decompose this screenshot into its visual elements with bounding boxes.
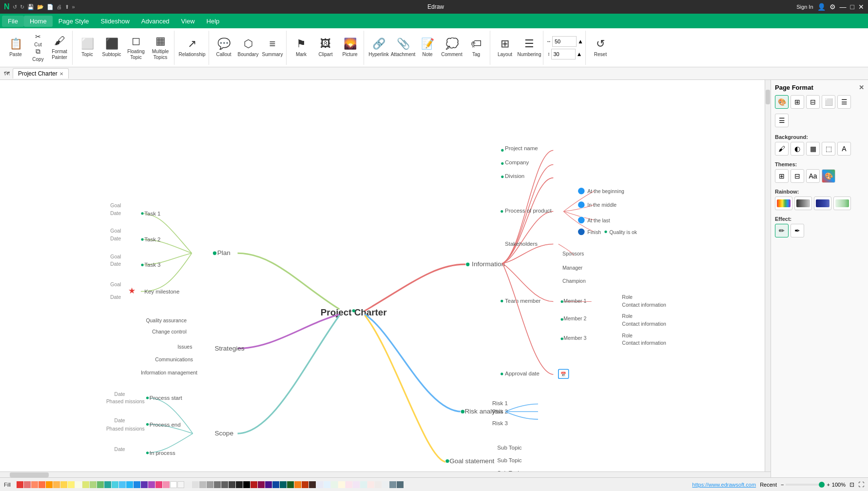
division-node[interactable]: Division (505, 173, 524, 179)
color-blueGrey[interactable] (389, 481, 396, 488)
attachment-button[interactable]: 📎 Attachment (391, 33, 415, 62)
color-orange-50[interactable] (367, 481, 374, 488)
champion-node[interactable]: Champion (562, 278, 586, 284)
company-collapse[interactable] (501, 162, 504, 165)
height-up-icon[interactable]: ▲ (577, 51, 582, 58)
tag-button[interactable]: 🏷 Tag (464, 33, 488, 62)
color-brown[interactable] (302, 481, 309, 488)
format-painter-button[interactable]: 🖌 Format Painter (49, 33, 70, 62)
open-btn[interactable]: 📂 (37, 4, 44, 10)
strategies-node[interactable]: Strategies (214, 345, 244, 352)
color-dark-amber[interactable] (294, 481, 301, 488)
color-cream[interactable] (75, 481, 82, 488)
process-end-node[interactable]: Process end (150, 422, 181, 428)
rainbow2-btn[interactable] (794, 196, 812, 210)
menu-advanced[interactable]: Advanced (135, 16, 175, 27)
finish-collapse[interactable] (604, 230, 607, 233)
texture-icon-btn[interactable]: ⬚ (822, 142, 835, 156)
sponsors-node[interactable]: Sponsors (562, 251, 584, 256)
theme-text-btn[interactable]: Aa (806, 169, 820, 183)
information-node[interactable]: Information (472, 260, 505, 268)
zoom-in-btn[interactable]: + (827, 482, 829, 488)
member2-role[interactable]: Role (622, 314, 633, 319)
member3-role[interactable]: Role (622, 333, 633, 338)
color-gray-400[interactable] (199, 481, 206, 488)
color-lime[interactable] (82, 481, 89, 488)
color-purple[interactable] (141, 481, 148, 488)
color-green-50[interactable] (331, 481, 338, 488)
color-gray-600[interactable] (214, 481, 221, 488)
horizontal-scrollbar[interactable] (0, 471, 771, 477)
color-dark-green[interactable] (287, 481, 294, 488)
team-member-node[interactable]: Team member (505, 298, 541, 304)
color-pink[interactable] (155, 481, 162, 488)
color-amber[interactable] (53, 481, 60, 488)
color-orange[interactable] (46, 481, 53, 488)
rainbow1-btn[interactable] (775, 196, 792, 210)
font-icon-btn[interactable]: A (837, 142, 851, 156)
color-off-white[interactable] (177, 481, 184, 488)
width-up-icon[interactable]: ▲ (578, 38, 583, 45)
task1-collapse[interactable] (141, 212, 144, 215)
color-light-green[interactable] (90, 481, 96, 488)
mark-button[interactable]: ⚑ Mark (289, 33, 313, 62)
process-start-collapse[interactable] (146, 396, 149, 399)
color-orange-light[interactable] (31, 481, 38, 488)
color-gray-700[interactable] (221, 481, 228, 488)
numbering-button[interactable]: ☰ Numbering (518, 33, 541, 62)
menu-slideshow[interactable]: Slideshow (95, 16, 135, 27)
color-blue[interactable] (126, 481, 133, 488)
redo-btn[interactable]: ↻ (20, 4, 24, 10)
division-collapse[interactable] (501, 175, 504, 178)
menu-help[interactable]: Help (201, 16, 226, 27)
risk1-node[interactable]: Risk 1 (492, 400, 508, 406)
relationship-button[interactable]: ↗ Relationship (177, 33, 207, 62)
template-btn[interactable]: 📄 (47, 4, 54, 10)
theme-color-btn[interactable]: 🎨 (822, 169, 835, 183)
vertical-scrollbar[interactable] (765, 80, 771, 477)
color-lavender[interactable] (316, 481, 323, 488)
color-yellow[interactable] (60, 481, 67, 488)
color-gray-900[interactable] (236, 481, 243, 488)
communications-node[interactable]: Communications (155, 357, 193, 362)
close-btn[interactable]: ✕ (858, 3, 864, 11)
color-gray-500[interactable] (207, 481, 213, 488)
center-node-collapse[interactable] (352, 309, 355, 312)
approval-date-collapse[interactable] (501, 373, 503, 375)
project-name-node[interactable]: Project name (505, 145, 538, 151)
member1-node[interactable]: Member 1 (563, 298, 586, 304)
process-node[interactable]: Process of product (505, 208, 552, 214)
effect2-btn[interactable]: ✒ (791, 224, 804, 237)
at-last-node[interactable]: At the last (587, 218, 610, 223)
topic-button[interactable]: ⬜ Topic (76, 33, 99, 62)
information-collapse[interactable] (466, 262, 470, 266)
process-collapse[interactable] (501, 210, 503, 213)
panel-format1-btn[interactable]: ☰ (775, 114, 789, 127)
menu-view[interactable]: View (175, 16, 201, 27)
project-name-collapse[interactable] (501, 149, 504, 152)
risk3-node[interactable]: Risk 3 (492, 420, 508, 426)
pattern-icon-btn[interactable]: ▦ (806, 142, 820, 156)
task2-node[interactable]: Task 2 (144, 236, 160, 242)
task3-collapse[interactable] (141, 263, 144, 266)
theme-grid2-btn[interactable]: ⊟ (791, 169, 804, 183)
color-blueGrey-600[interactable] (397, 481, 404, 488)
zoom-slider[interactable] (786, 484, 825, 486)
color-teal-50[interactable] (360, 481, 367, 488)
canvas[interactable]: Project Charter Information Project name… (0, 80, 771, 477)
picture-button[interactable]: 🌄 Picture (338, 33, 362, 62)
goal-statement-collapse[interactable] (445, 459, 449, 463)
reset-button[interactable]: ↺ Reset (589, 33, 612, 62)
layout-button[interactable]: ⊞ Layout (493, 33, 517, 62)
color-pink-50[interactable] (346, 481, 352, 488)
color-light-pink[interactable] (163, 481, 170, 488)
color-deep-orange[interactable] (39, 481, 45, 488)
color-teal[interactable] (104, 481, 111, 488)
sign-in-btn[interactable]: Sign In (796, 4, 813, 10)
color-purple-50[interactable] (353, 481, 360, 488)
color-gray-200[interactable] (192, 481, 199, 488)
at-beginning-node[interactable]: At the beginning (587, 189, 624, 194)
fit-page-btn[interactable]: ⊡ (849, 481, 854, 488)
maximize-btn[interactable]: □ (850, 3, 854, 11)
gradient-icon-btn[interactable]: ◐ (791, 142, 804, 156)
